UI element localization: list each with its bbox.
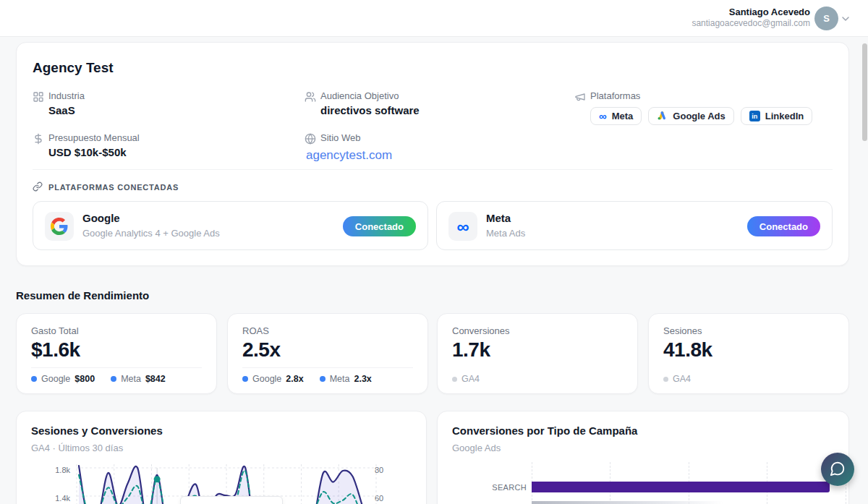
stat-card-gasto-total: Gasto Total $1.6k Google$800 Meta$842 <box>16 313 217 394</box>
stat-card-sesiones: Sesiones 41.8k GA4 <box>648 313 849 394</box>
avatar[interactable]: S <box>814 7 838 30</box>
legend-ga4: GA4 <box>452 374 480 384</box>
badge-google-ads: Google Ads <box>648 107 733 125</box>
platform-badges: ∞ Meta Google Ads in LinkedIn <box>590 107 812 125</box>
google-logo <box>45 212 74 241</box>
bar-partial-next <box>532 501 723 504</box>
globe-icon <box>305 133 316 148</box>
bar-search[interactable] <box>532 482 830 492</box>
badge-linkedin-label: LinkedIn <box>765 111 804 121</box>
chart-card-campaigns: Conversiones por Tipo de Campaña Google … <box>437 411 849 504</box>
stat-value: 1.7k <box>452 338 490 362</box>
legend-dot-blue <box>111 376 116 382</box>
chart-title: Sesiones y Conversiones <box>31 424 163 437</box>
legend-google: Google2.8x <box>242 374 304 384</box>
chart-tooltip <box>180 496 283 504</box>
chat-bubble-icon <box>830 461 846 479</box>
info-industry: Industria SaaS <box>33 90 85 117</box>
users-icon <box>305 91 316 106</box>
platform-subtitle-meta: Meta Ads <box>486 228 525 239</box>
chart-subtitle: GA4 · Últimos 30 días <box>31 443 123 453</box>
legend-dot-gray <box>452 377 457 382</box>
badge-meta-label: Meta <box>612 111 634 121</box>
badge-google-ads-label: Google Ads <box>673 111 725 121</box>
info-website: Sitio Web agencytest.com <box>305 132 392 163</box>
website-label: Sitio Web <box>320 132 392 144</box>
connected-badge-meta[interactable]: Conectado <box>747 216 820 236</box>
meta-icon: ∞ <box>599 111 607 121</box>
platform-card-google: Google Google Analytics 4 + Google Ads C… <box>33 201 428 250</box>
dashboard-page: Santiago Acevedo santiagoacevedoc@gmail.… <box>0 0 868 504</box>
stat-value: 2.5x <box>242 338 281 362</box>
megaphone-icon <box>574 91 586 106</box>
legend-ga4: GA4 <box>663 374 691 384</box>
user-info: Santiago Acevedo santiagoacevedoc@gmail.… <box>692 7 810 29</box>
platform-card-meta: ∞ Meta Meta Ads Conectado <box>436 201 833 250</box>
budget-value: USD $10k-$50k <box>48 145 140 159</box>
stat-value: 41.8k <box>663 338 712 362</box>
legend-meta: Meta$842 <box>111 374 166 384</box>
connected-badge-google[interactable]: Conectado <box>343 216 416 236</box>
chart-card-sessions: Sesiones y Conversiones GA4 · Últimos 30… <box>16 411 427 504</box>
legend-dot-blue <box>320 376 326 382</box>
info-platforms: Plataformas ∞ Meta Google Ads in LinkedI… <box>574 90 812 125</box>
stat-label: Conversiones <box>452 325 510 336</box>
performance-section-title: Resumen de Rendimiento <box>16 289 149 302</box>
info-audience: Audiencia Objetivo directivos software <box>305 90 420 117</box>
website-link[interactable]: agencytest.com <box>306 148 392 163</box>
stat-label: Sesiones <box>663 325 702 336</box>
divider <box>242 367 413 368</box>
legend-dot-blue <box>31 376 37 382</box>
user-name: Santiago Acevedo <box>692 7 810 18</box>
top-bar: Santiago Acevedo santiagoacevedoc@gmail.… <box>0 0 868 37</box>
chart-subtitle: Google Ads <box>452 443 501 453</box>
chart-title: Conversiones por Tipo de Campaña <box>452 424 637 437</box>
chat-button[interactable] <box>821 453 854 486</box>
industry-label: Industria <box>48 90 85 102</box>
platform-subtitle-google: Google Analytics 4 + Google Ads <box>82 228 220 239</box>
google-ads-icon <box>657 110 668 123</box>
bar-label-search: SEARCH <box>452 483 527 492</box>
budget-label: Presupuesto Mensual <box>48 132 140 144</box>
chevron-down-icon[interactable] <box>840 13 851 27</box>
legend-google: Google$800 <box>31 374 95 384</box>
dollar-icon <box>33 133 44 148</box>
audience-label: Audiencia Objetivo <box>320 90 420 102</box>
stat-value: $1.6k <box>31 338 80 362</box>
page-title: Agency Test <box>33 60 114 76</box>
agency-card: Agency Test Industria SaaS Audiencia Obj… <box>16 42 849 266</box>
meta-infinity-icon: ∞ <box>456 222 469 231</box>
badge-linkedin: in LinkedIn <box>741 107 812 125</box>
connected-section-title: PLATAFORMAS CONECTADAS <box>33 181 179 193</box>
divider <box>33 169 833 170</box>
user-email: santiagoacevedoc@gmail.com <box>692 18 810 29</box>
info-budget: Presupuesto Mensual USD $10k-$50k <box>33 132 140 159</box>
audience-value: directivos software <box>320 103 420 117</box>
stat-label: ROAS <box>242 325 269 336</box>
platform-name-meta: Meta <box>486 212 511 224</box>
stat-card-roas: ROAS 2.5x Google2.8x Meta2.3x <box>227 313 428 394</box>
stat-label: Gasto Total <box>31 325 79 336</box>
link-icon <box>33 181 43 193</box>
platforms-label: Plataformas <box>590 90 812 102</box>
industry-value: SaaS <box>48 103 85 117</box>
stat-card-conversiones: Conversiones 1.7k GA4 <box>437 313 638 394</box>
meta-logo: ∞ <box>448 212 477 241</box>
platform-name-google: Google <box>82 212 120 224</box>
divider <box>31 367 202 368</box>
legend-dot-gray <box>663 377 668 382</box>
grid-icon <box>33 91 44 106</box>
linkedin-icon: in <box>749 111 760 121</box>
connected-section-label: PLATAFORMAS CONECTADAS <box>48 183 179 192</box>
badge-meta: ∞ Meta <box>590 107 642 125</box>
scrollbar-thumb[interactable] <box>862 43 867 141</box>
legend-dot-blue <box>242 376 248 382</box>
legend-meta: Meta2.3x <box>320 374 372 384</box>
